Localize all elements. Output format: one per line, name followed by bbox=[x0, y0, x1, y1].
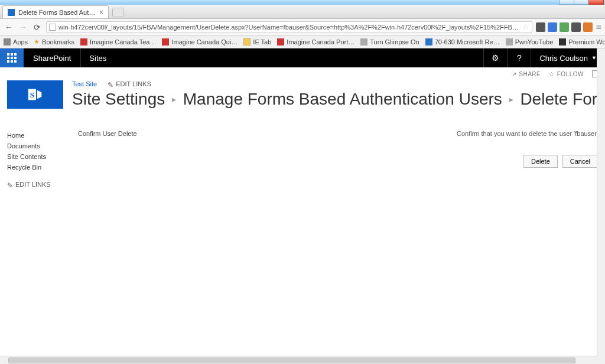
browser-tabstrip: Delete Forms Based Auth… × bbox=[0, 5, 605, 19]
star-icon: ☆ bbox=[549, 71, 555, 77]
breadcrumb-separator-icon: ▸ bbox=[172, 95, 176, 104]
window-maximize-button[interactable] bbox=[574, 0, 589, 5]
svg-rect-6 bbox=[7, 60, 9, 63]
scroll-corner bbox=[597, 356, 605, 364]
bookmarks-bar: Apps ★Bookmarks Imagine Canada Tea… Imag… bbox=[0, 35, 605, 48]
share-icon: ↗ bbox=[512, 71, 517, 77]
pencil-icon bbox=[108, 81, 113, 87]
quick-launch-edit-links[interactable]: EDIT LINKS bbox=[7, 181, 66, 188]
url-text: win-h472cerv00l/_layouts/15/FBA/Manageme… bbox=[58, 24, 520, 31]
waffle-icon bbox=[7, 53, 17, 63]
tab-close-icon[interactable]: × bbox=[99, 8, 103, 17]
reload-button[interactable]: ⟳ bbox=[32, 22, 43, 32]
breadcrumb: Site Settings ▸ Manage Forms Based Authe… bbox=[72, 90, 598, 109]
bookmark-item[interactable]: IE Tab bbox=[243, 38, 271, 46]
window-controls bbox=[560, 0, 604, 5]
new-tab-button[interactable] bbox=[112, 8, 124, 17]
apps-button[interactable]: Apps bbox=[4, 38, 28, 46]
suite-bar: SharePoint Sites ⚙ ? Chris Coulson ▼ bbox=[0, 48, 605, 67]
form-area: Confirm User Delete Confirm that you wan… bbox=[78, 115, 598, 188]
breadcrumb-segment[interactable]: Manage Forms Based Authentication Users bbox=[183, 90, 502, 108]
bookmark-item[interactable]: Imagine Canada Port… bbox=[277, 38, 354, 46]
extension-icon[interactable] bbox=[571, 22, 581, 32]
svg-rect-1 bbox=[11, 53, 13, 56]
bookmark-item[interactable]: Imagine Canada Tea… bbox=[80, 38, 156, 46]
browser-toolbar: ← → ⟳ win-h472cerv00l/_layouts/15/FBA/Ma… bbox=[0, 19, 605, 35]
vertical-scrollbar[interactable] bbox=[597, 48, 605, 356]
page-actions-row: ↗SHARE ☆FOLLOW bbox=[0, 67, 605, 80]
breadcrumb-segment[interactable]: Site Settings bbox=[72, 90, 165, 108]
quick-launch-item[interactable]: Home bbox=[7, 130, 66, 141]
settings-button[interactable]: ⚙ bbox=[483, 48, 507, 67]
page-body: Home Documents Site Contents Recycle Bin… bbox=[0, 115, 605, 188]
top-nav: Test Site EDIT LINKS bbox=[72, 80, 598, 87]
help-icon: ? bbox=[517, 53, 522, 63]
back-button[interactable]: ← bbox=[4, 22, 14, 32]
suite-sites-link[interactable]: Sites bbox=[81, 48, 115, 67]
quick-launch-item[interactable]: Site Contents bbox=[7, 151, 66, 162]
tab-title: Delete Forms Based Auth… bbox=[18, 9, 96, 16]
top-nav-edit-links[interactable]: EDIT LINKS bbox=[108, 80, 151, 87]
tab-favicon bbox=[8, 9, 15, 16]
user-menu[interactable]: Chris Coulson ▼ bbox=[531, 48, 605, 67]
bookmark-item[interactable]: Turn Glimpse On bbox=[360, 38, 419, 46]
svg-rect-7 bbox=[11, 60, 13, 63]
svg-rect-4 bbox=[11, 57, 13, 59]
extension-icon[interactable] bbox=[583, 22, 593, 32]
user-name: Chris Coulson bbox=[539, 54, 588, 63]
site-logo[interactable]: S bbox=[7, 80, 63, 109]
chevron-down-icon: ▼ bbox=[591, 55, 597, 61]
gear-icon: ⚙ bbox=[492, 53, 499, 63]
delete-button[interactable]: Delete bbox=[523, 155, 558, 168]
browser-tab[interactable]: Delete Forms Based Auth… × bbox=[2, 5, 109, 18]
follow-button[interactable]: ☆FOLLOW bbox=[549, 71, 584, 77]
bookmark-item[interactable]: 70-630 Microsoft Re… bbox=[425, 38, 500, 46]
svg-rect-5 bbox=[14, 57, 17, 59]
bookmark-item[interactable]: Imagine Canada Qui… bbox=[162, 38, 238, 46]
quick-launch-item[interactable]: Documents bbox=[7, 141, 66, 151]
window-titlebar bbox=[0, 0, 605, 5]
svg-text:S: S bbox=[30, 90, 34, 99]
breadcrumb-separator-icon: ▸ bbox=[509, 95, 513, 104]
bookmark-item[interactable]: PwnYouTube bbox=[506, 38, 554, 46]
window-close-button[interactable] bbox=[588, 0, 604, 5]
breadcrumb-segment: Delete Forms Based Authentication U bbox=[520, 90, 598, 108]
bookmark-item[interactable]: ★Bookmarks bbox=[34, 38, 74, 46]
page-icon bbox=[49, 24, 56, 31]
svg-rect-2 bbox=[14, 53, 17, 56]
svg-rect-3 bbox=[7, 57, 9, 59]
window-minimize-button[interactable] bbox=[559, 0, 574, 5]
app-launcher-button[interactable] bbox=[0, 48, 24, 67]
extension-icon[interactable] bbox=[560, 22, 569, 32]
share-button[interactable]: ↗SHARE bbox=[512, 71, 541, 77]
svg-rect-8 bbox=[14, 60, 17, 63]
extension-icons bbox=[536, 22, 593, 32]
sharepoint-logo-icon: S bbox=[27, 86, 44, 103]
svg-rect-0 bbox=[7, 53, 9, 56]
top-nav-site-link[interactable]: Test Site bbox=[72, 80, 97, 87]
form-section-description: Confirm that you want to delete the user… bbox=[457, 130, 598, 137]
cancel-button[interactable]: Cancel bbox=[562, 155, 598, 168]
pencil-icon bbox=[7, 181, 13, 187]
suite-brand[interactable]: SharePoint bbox=[24, 48, 80, 67]
bookmark-item[interactable]: Premium WordPress… bbox=[559, 38, 605, 46]
address-bar[interactable]: win-h472cerv00l/_layouts/15/FBA/Manageme… bbox=[46, 21, 532, 33]
chrome-menu-icon[interactable]: ≡ bbox=[596, 22, 601, 32]
extension-icon[interactable] bbox=[536, 22, 545, 32]
horizontal-scroll-thumb[interactable] bbox=[8, 358, 575, 363]
forward-button[interactable]: → bbox=[18, 22, 28, 32]
help-button[interactable]: ? bbox=[507, 48, 531, 67]
extension-icon[interactable] bbox=[548, 22, 557, 32]
bookmark-star-icon[interactable]: ☆ bbox=[522, 22, 529, 31]
quick-launch-item[interactable]: Recycle Bin bbox=[7, 162, 66, 173]
quick-launch: Home Documents Site Contents Recycle Bin… bbox=[7, 115, 66, 188]
page-content: S Test Site EDIT LINKS Site Settings ▸ M… bbox=[0, 80, 605, 116]
form-section-label: Confirm User Delete bbox=[78, 130, 149, 137]
horizontal-scrollbar[interactable] bbox=[0, 356, 597, 364]
